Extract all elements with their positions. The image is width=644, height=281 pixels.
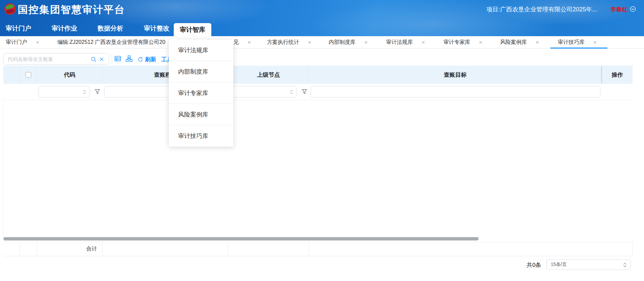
tab-audit-skill-lib-active[interactable]: 审计技巧库 × [558, 36, 597, 48]
search-icon[interactable] [91, 56, 97, 62]
menu-item-risk-case-lib[interactable]: 风险案例库 [169, 104, 233, 125]
nav-item-audit-portal[interactable]: 审计门户 [6, 24, 31, 33]
page-size-value: 15条/页 [551, 262, 567, 268]
summary-cell [103, 242, 228, 256]
col-row-indicator [3, 66, 20, 84]
parent-node-filter-select[interactable] [230, 86, 297, 97]
code-filter-funnel-icon[interactable] [95, 89, 100, 94]
tab-internal-policy-lib[interactable]: 内部制度库 × [329, 36, 368, 48]
tree-view-icon[interactable] [126, 55, 132, 62]
close-tab-icon[interactable]: × [479, 40, 482, 45]
toolbar-divider [112, 53, 112, 65]
tab-label: 方案执行统计 [267, 39, 299, 46]
open-tabs-bar: 审计门户 × 编辑:ZJ202512 广西农垦企业管理有限公司20 × 审核审计… [0, 36, 644, 49]
summary-cell [20, 242, 37, 256]
clear-search-icon[interactable] [99, 56, 105, 62]
nav-item-audit-rectify[interactable]: 审计整改 [144, 24, 169, 33]
tab-edit-project[interactable]: 编辑:ZJ202512 广西农垦企业管理有限公司20 × [57, 36, 177, 48]
menu-item-audit-expert-lib[interactable]: 审计专家库 [169, 82, 233, 104]
current-project-label: 项目:广西农垦企业管理有限公司2025年... [486, 5, 597, 13]
tab-label: 内部制度库 [329, 39, 356, 46]
tab-risk-case-lib[interactable]: 风险案例库 × [500, 36, 539, 48]
select-stepper-icon [82, 89, 87, 95]
chevron-down-circle-icon[interactable] [630, 6, 636, 12]
nav-item-data-analysis[interactable]: 数据分析 [98, 24, 123, 33]
page: 国控集团智慧审计平台 项目:广西农垦企业管理有限公司2025年... 李春红 审… [0, 0, 644, 281]
search-box[interactable] [3, 53, 109, 65]
close-tab-icon[interactable]: × [422, 40, 425, 45]
table-body-empty [3, 100, 633, 237]
nav-item-audit-work[interactable]: 审计作业 [52, 24, 77, 33]
summary-cell [3, 242, 20, 256]
table-toolbar: 刷新 工具 [0, 49, 644, 66]
nav-item-audit-knowledge-active[interactable]: 审计智库 [174, 23, 211, 36]
code-filter-select[interactable] [39, 86, 90, 97]
tab-label: 编辑:ZJ202512 广西农垦企业管理有限公司20 [57, 39, 165, 46]
menu-item-audit-skill-lib[interactable]: 审计技巧库 [169, 125, 233, 147]
col-select-all [20, 66, 37, 84]
page-size-select[interactable]: 15条/页 [546, 259, 631, 270]
summary-cell [309, 242, 633, 256]
table-header-row: 代码 查账程序 上级节点 查账目标 操作 [3, 66, 633, 84]
tab-audit-expert-lib[interactable]: 审计专家库 × [443, 36, 482, 48]
select-all-checkbox[interactable] [25, 72, 31, 78]
summary-cell [228, 242, 309, 256]
tab-label: 审计技巧库 [558, 39, 585, 46]
audit-knowledge-dropdown-menu: 审计法规库 内部制度库 审计专家库 风险案例库 审计技巧库 [169, 40, 233, 147]
close-tab-icon[interactable]: × [536, 40, 539, 45]
refresh-icon [138, 57, 143, 62]
user-name[interactable]: 李春红 [610, 6, 628, 13]
col-audit-target: 查账目标 [309, 66, 602, 84]
tab-label: 审计专家库 [443, 39, 470, 46]
tab-label: 风险案例库 [500, 39, 527, 46]
refresh-button[interactable]: 刷新 [138, 56, 156, 63]
close-tab-icon[interactable]: × [364, 40, 368, 45]
tab-label: 审计门户 [6, 39, 27, 46]
app-title: 国控集团智慧审计平台 [18, 3, 125, 17]
close-tab-icon[interactable]: × [593, 40, 597, 45]
total-count-label: 共0条 [527, 261, 541, 269]
table-filter-row [3, 84, 633, 100]
tab-label: 审计法规库 [386, 39, 413, 46]
select-stepper-icon [289, 89, 294, 95]
menu-item-audit-law-lib[interactable]: 审计法规库 [169, 40, 233, 61]
summary-total-label: 合计 [37, 242, 103, 256]
horizontal-scrollbar[interactable] [3, 237, 479, 240]
close-tab-icon[interactable]: × [248, 40, 251, 45]
tab-audit-law-lib[interactable]: 审计法规库 × [386, 36, 425, 48]
col-actions: 操作 [602, 66, 633, 84]
col-parent-node: 上级节点 [228, 66, 309, 84]
select-stepper-icon [623, 262, 627, 268]
refresh-label: 刷新 [145, 56, 156, 63]
menu-item-internal-policy-lib[interactable]: 内部制度库 [169, 61, 233, 82]
tab-plan-exec-stats[interactable]: 方案执行统计 × [267, 36, 311, 48]
parent-node-filter-funnel-icon[interactable] [302, 89, 307, 94]
summary-row: 合计 [3, 242, 633, 256]
audit-target-filter-input[interactable] [311, 86, 600, 97]
search-input[interactable] [8, 54, 85, 64]
company-logo-icon [4, 3, 16, 15]
col-code: 代码 [37, 66, 103, 84]
close-tab-icon[interactable]: × [36, 40, 39, 45]
table-view-icon[interactable] [114, 55, 121, 62]
tab-audit-portal[interactable]: 审计门户 × [6, 36, 39, 48]
close-tab-icon[interactable]: × [308, 40, 311, 45]
